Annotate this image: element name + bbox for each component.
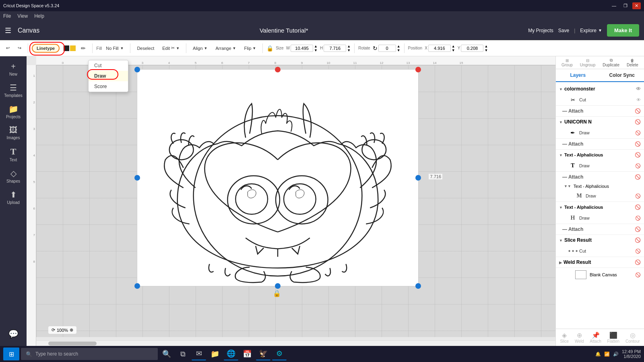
linetype-button[interactable]: Linetype [32,44,60,53]
close-button[interactable]: ✕ [632,2,641,9]
taskbar-folder-icon[interactable]: 📁 [208,348,222,360]
slice-result-eye-icon[interactable]: 🚫 [635,237,641,243]
redo-button[interactable]: ↪ [15,44,24,52]
sidebar-item-shapes[interactable]: ◇ Shapes [2,166,25,186]
x-input[interactable] [428,45,451,52]
sidebar-item-text[interactable]: T Text [2,144,25,165]
linetype-draw-option[interactable]: Draw [89,71,128,81]
text-alpha-h-eye-icon[interactable]: 🚫 [635,204,641,210]
blank-canvas-eye-icon[interactable]: 🚫 [635,272,641,278]
text-alpha-h-header[interactable]: Text - Alphalicious 🚫 [556,202,644,212]
tab-layers[interactable]: Layers [556,69,600,82]
tab-color-sync[interactable]: Color Sync [600,69,644,81]
attach-1-eye-icon[interactable]: 🚫 [635,108,641,114]
selection-handle-bm[interactable] [275,283,281,289]
text-alpha-h-draw-layer[interactable]: H Draw 🚫 [556,212,644,224]
slice-cut-layer[interactable]: ⚬⚬⚬ Cut 🚫 [556,245,644,257]
sidebar-item-images[interactable]: 🖼 Images [2,123,25,142]
slice-result-header[interactable]: Slice Result 🚫 [556,235,644,245]
horizontal-scrollbar[interactable] [36,340,555,346]
attach-1-header[interactable]: — Attach 🚫 [556,106,644,116]
width-stepper-up[interactable]: ▲▼ [314,44,318,52]
hamburger-menu[interactable]: ☰ [5,26,11,35]
taskbar-notification-icon[interactable]: 🔔 [595,352,601,357]
make-it-button[interactable]: Make It [607,24,639,37]
menu-view[interactable]: View [17,13,28,19]
taskbar-app2-icon[interactable]: ⚙ [272,348,287,360]
y-input[interactable] [461,45,483,52]
sidebar-item-chat[interactable]: 💬 [2,327,25,341]
rotate-input[interactable] [378,45,396,52]
y-stepper[interactable]: ▲▼ [484,44,488,52]
attach-action[interactable]: 📌 Attach [590,331,601,343]
text-alpha-m-draw-layer[interactable]: M Draw 🚫 [556,190,644,202]
taskbar-network-icon[interactable]: 📶 [604,352,610,357]
sidebar-item-projects[interactable]: 📁 Projects [2,102,25,121]
flatten-action[interactable]: ⬛ Flatten [607,331,620,343]
weld-result-eye-icon[interactable]: 🚫 [635,259,641,265]
weld-result-header[interactable]: Weld Result 🚫 [556,257,644,267]
ungroup-button[interactable]: ⊟ Ungroup [580,58,595,67]
explore-button[interactable]: Explore ▼ [580,28,602,33]
taskbar-outlook-icon[interactable]: 📅 [240,348,254,360]
unicorn-draw-eye-icon[interactable]: 🚫 [635,130,641,136]
design-canvas[interactable]: 7.716 🔒 [137,69,419,286]
scrollbar-thumb[interactable] [48,341,97,346]
undo-button[interactable]: ↩ [3,44,12,52]
maximize-button[interactable]: ❐ [621,2,630,9]
linetype-cut-option[interactable]: Cut [89,60,128,71]
menu-help[interactable]: Help [34,13,44,19]
duplicate-button[interactable]: ⧉ Duplicate [603,58,619,67]
align-button[interactable]: Align ▼ [190,44,210,52]
deselect-button[interactable]: Deselect [134,44,157,52]
colormonster-cut-layer[interactable]: ✂ Cut 👁 [556,94,644,105]
taskbar-search[interactable]: 🔍 Type here to search [21,348,158,360]
my-projects-button[interactable]: My Projects [528,28,553,33]
unicorn-draw-layer[interactable]: ✒ Draw 🚫 [556,127,644,138]
slice-action[interactable]: ◈ Slice [560,331,569,343]
taskbar-chrome-icon[interactable]: 🌐 [224,348,238,360]
stroke-swatch[interactable] [64,45,69,51]
flip-button[interactable]: Flip ▼ [242,44,259,52]
height-input[interactable] [324,45,346,52]
edit-button[interactable]: Edit ✂ ▼ [159,44,182,52]
selection-handle-tl[interactable] [134,67,140,72]
zoom-in-icon[interactable]: ⊕ [70,327,73,333]
save-button[interactable]: Save [558,28,569,33]
weld-action[interactable]: ⊕ Weld [575,331,584,343]
cut-layer-eye-icon[interactable]: 👁 [636,97,641,102]
text-alpha-1-eye-icon2[interactable]: 🚫 [635,163,641,169]
selection-handle-rm[interactable] [415,175,421,181]
text-alpha-1-eye-icon[interactable]: 🚫 [635,152,641,158]
sidebar-item-templates[interactable]: ☰ Templates [2,80,25,100]
zoom-out-icon[interactable]: ⟳ [52,327,55,333]
sidebar-item-upload[interactable]: ⬆ Upload [2,187,25,207]
sidebar-item-new[interactable]: + New [2,60,25,79]
text-alpha-m-header[interactable]: ▼ Text - Alphalicious [556,182,644,190]
unicorn-header[interactable]: UNICORN N 🚫 [556,117,644,127]
window-controls[interactable]: — ❐ ✕ [609,2,641,9]
colormonster-visibility-icon[interactable]: 👁 [636,86,641,92]
attach-2-eye-icon[interactable]: 🚫 [635,141,641,147]
taskbar-task-view-icon[interactable]: ⧉ [175,348,190,360]
text-alpha-1-draw-layer[interactable]: T Draw 🚫 [556,160,644,171]
selection-handle-tr[interactable] [415,67,421,72]
minimize-button[interactable]: — [609,2,619,9]
unicorn-eye-icon[interactable]: 🚫 [635,119,641,125]
taskbar-mail-icon[interactable]: ✉ [192,348,206,360]
attach-4-header[interactable]: — Attach 🚫 [556,224,644,234]
text-alpha-m-eye-icon[interactable]: 🚫 [635,193,641,199]
selection-handle-bl[interactable] [134,283,140,289]
selection-handle-br[interactable] [415,283,421,289]
selection-handle-tm[interactable] [275,67,281,72]
arrange-button[interactable]: Arrange ▼ [213,44,239,52]
taskbar-search-icon[interactable]: 🔍 [159,348,174,360]
taskbar-volume-icon[interactable]: 🔊 [613,352,619,357]
fill-swatch-yellow[interactable] [70,45,76,51]
height-stepper-up[interactable]: ▲▼ [347,44,351,52]
linetype-score-option[interactable]: Score [89,81,128,92]
attach-2-header[interactable]: — Attach 🚫 [556,139,644,149]
x-stepper[interactable]: ▲▼ [452,44,455,52]
fill-selector[interactable]: No Fill ▼ [103,44,126,52]
contour-action[interactable]: ◎ Contour [625,331,640,343]
